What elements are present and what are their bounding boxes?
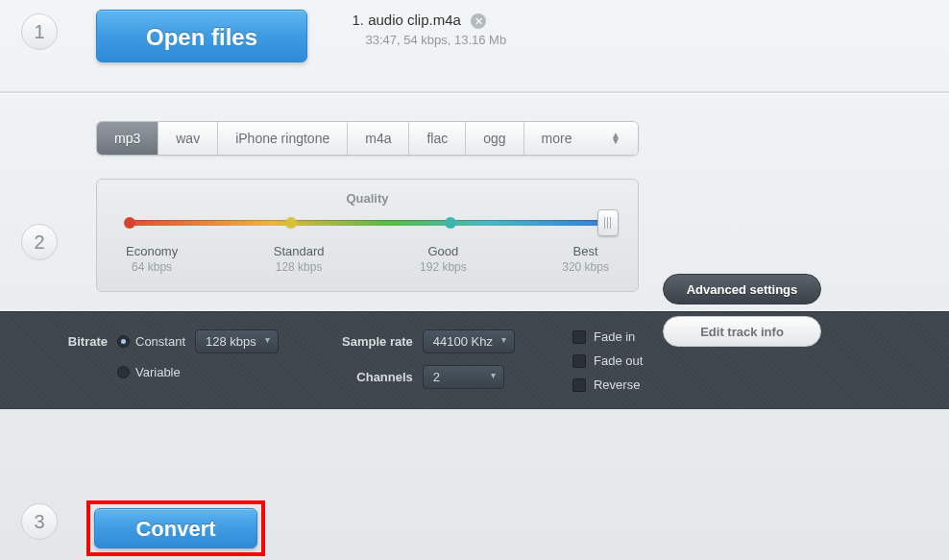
channels-row: Channels 2 — [336, 365, 515, 389]
quality-stop-economy — [124, 217, 135, 229]
quality-panel: Quality Economy 64 kbps Standard 128 kbp… — [96, 179, 639, 292]
quality-label-standard: Standard 128 kbps — [274, 244, 325, 274]
bitrate-label: Bitrate — [58, 334, 108, 349]
channels-label: Channels — [336, 370, 413, 384]
quality-label-text: Good — [420, 244, 467, 258]
quality-label-sub: 320 kbps — [562, 260, 609, 274]
samplerate-label: Sample rate — [336, 334, 413, 349]
tab-ogg[interactable]: ogg — [466, 122, 523, 155]
channels-select[interactable]: 2 — [423, 365, 504, 389]
file-name: audio clip.m4a — [368, 12, 461, 28]
file-name-row: 1. audio clip.m4a ✕ — [352, 12, 506, 29]
tab-iphone-ringtone[interactable]: iPhone ringtone — [218, 122, 348, 155]
quality-title: Quality — [126, 191, 609, 206]
quality-label-sub: 128 kbps — [274, 260, 325, 274]
quality-label-text: Economy — [126, 244, 178, 258]
advanced-bitrate-column: Bitrate Constant 128 kbps Variable — [58, 329, 279, 392]
side-buttons: Advanced settings Edit track info — [663, 274, 821, 347]
radio-icon — [117, 366, 130, 378]
radio-icon — [117, 335, 130, 348]
quality-label-economy: Economy 64 kbps — [126, 244, 178, 274]
file-meta: 33:47, 54 kbps, 13.16 Mb — [365, 33, 506, 47]
open-files-button[interactable]: Open files — [96, 10, 307, 62]
quality-label-text: Standard — [274, 244, 325, 258]
quality-label-good: Good 192 kbps — [420, 244, 467, 274]
chevron-updown-icon: ▲▼ — [611, 133, 620, 144]
bitrate-row-variable: Variable — [58, 365, 279, 379]
checkbox-icon — [572, 354, 586, 368]
checkbox-label: Fade in — [594, 329, 635, 344]
close-icon[interactable]: ✕ — [471, 13, 486, 29]
quality-label-best: Best 320 kbps — [562, 244, 609, 274]
bitrate-row-constant: Bitrate Constant 128 kbps — [58, 329, 279, 353]
fade-out-checkbox[interactable]: Fade out — [572, 353, 643, 368]
advanced-samplerate-column: Sample rate 44100 Khz Channels 2 — [336, 329, 515, 392]
checkbox-icon — [572, 330, 586, 344]
quality-labels: Economy 64 kbps Standard 128 kbps Good 1… — [126, 244, 609, 274]
samplerate-row: Sample rate 44100 Khz — [336, 329, 515, 353]
format-tabs: mp3 wav iPhone ringtone m4a flac ogg mor… — [96, 121, 639, 156]
quality-stop-standard — [285, 217, 297, 229]
radio-label: Variable — [135, 365, 181, 379]
reverse-checkbox[interactable]: Reverse — [572, 377, 643, 392]
bitrate-constant-radio[interactable]: Constant — [117, 334, 185, 349]
bitrate-variable-radio[interactable]: Variable — [117, 365, 181, 379]
quality-handle[interactable] — [597, 209, 619, 236]
section-format-settings: 2 mp3 wav iPhone ringtone m4a flac ogg m… — [0, 93, 949, 409]
quality-label-text: Best — [562, 244, 609, 258]
quality-label-sub: 192 kbps — [420, 260, 467, 274]
edit-track-info-button[interactable]: Edit track info — [663, 316, 821, 347]
convert-button[interactable]: Convert — [94, 508, 257, 548]
tab-wav[interactable]: wav — [158, 122, 218, 155]
tab-more[interactable]: more ▲▼ — [524, 122, 638, 155]
tab-more-label: more — [542, 131, 572, 146]
tab-m4a[interactable]: m4a — [348, 122, 409, 155]
convert-highlight-box: Convert — [86, 500, 265, 556]
checkbox-icon — [572, 378, 586, 392]
quality-slider[interactable] — [126, 215, 609, 231]
step-badge-2: 2 — [21, 224, 58, 260]
fade-in-checkbox[interactable]: Fade in — [572, 329, 643, 344]
tab-mp3[interactable]: mp3 — [97, 122, 158, 155]
radio-label: Constant — [135, 334, 185, 349]
samplerate-select[interactable]: 44100 Khz — [423, 329, 515, 353]
section-open-files: 1 Open files 1. audio clip.m4a ✕ 33:47, … — [0, 0, 949, 93]
step-badge-1: 1 — [21, 13, 58, 50]
advanced-checkbox-column: Fade in Fade out Reverse — [572, 329, 643, 392]
file-index: 1. — [352, 12, 364, 28]
quality-label-sub: 64 kbps — [126, 260, 178, 274]
quality-stop-good — [445, 217, 456, 229]
checkbox-label: Reverse — [594, 377, 640, 392]
file-info: 1. audio clip.m4a ✕ 33:47, 54 kbps, 13.1… — [352, 12, 506, 47]
advanced-settings-button[interactable]: Advanced settings — [663, 274, 821, 304]
section-convert: 3 Convert — [0, 409, 949, 560]
step-badge-3: 3 — [21, 503, 58, 540]
checkbox-label: Fade out — [594, 353, 643, 368]
quality-gradient-bar — [126, 220, 609, 226]
bitrate-select[interactable]: 128 kbps — [195, 329, 279, 353]
tab-flac[interactable]: flac — [409, 122, 466, 155]
